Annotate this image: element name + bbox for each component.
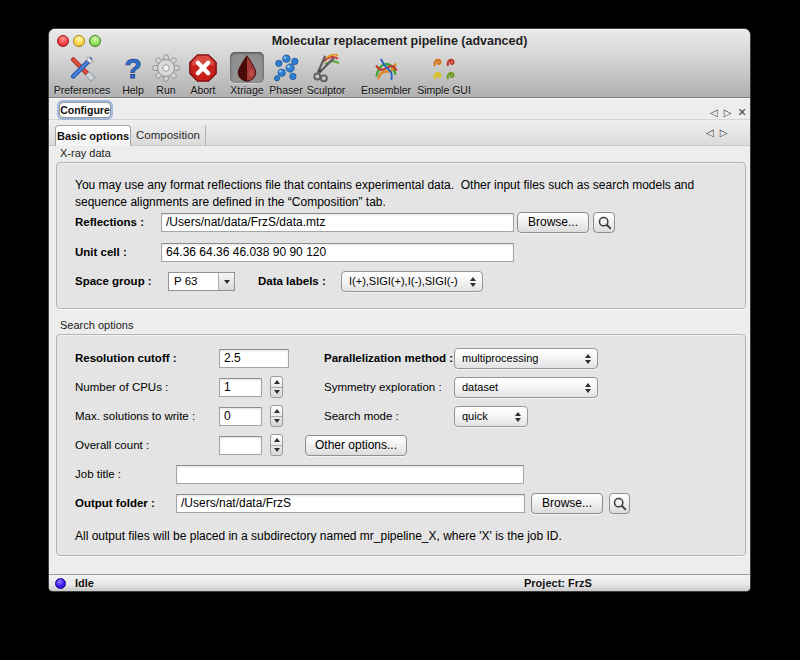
tabs-right-icon[interactable]: ▷: [720, 127, 728, 138]
search-group-caption: Search options: [60, 319, 133, 331]
job-title-input[interactable]: [176, 465, 524, 484]
tab-basic-options[interactable]: Basic options: [55, 125, 131, 146]
window-title: Molecular replacement pipeline (advanced…: [49, 34, 750, 48]
nav-left-icon[interactable]: ◁: [710, 107, 718, 118]
search-mode-label: Search mode :: [324, 407, 399, 426]
toolbar-label: Phaser: [269, 84, 302, 96]
help-icon: ?: [117, 53, 149, 83]
num-cpus-input[interactable]: 1: [219, 378, 262, 397]
search-mode-popup[interactable]: quick: [454, 406, 528, 427]
toolbar-item-simple-gui[interactable]: Simple GUI: [417, 53, 471, 96]
nav-right-icon[interactable]: ▷: [724, 107, 732, 118]
combo-dropdown-button[interactable]: [218, 273, 234, 290]
symmetry-value: dataset: [462, 381, 498, 393]
output-folder-input[interactable]: /Users/nat/data/FrzS: [176, 494, 525, 513]
space-group-combobox[interactable]: P 63: [168, 272, 235, 291]
output-folder-browse-button[interactable]: Browse...: [531, 493, 603, 514]
space-group-value: P 63: [169, 273, 218, 290]
toolbar-label: Sculptor: [307, 84, 346, 96]
toolbar-label: Run: [156, 84, 175, 96]
data-labels-value: I(+),SIGI(+),I(-),SIGI(-): [349, 275, 458, 287]
other-options-button[interactable]: Other options...: [305, 435, 407, 456]
toolbar-label: Ensembler: [361, 84, 411, 96]
reflections-label: Reflections :: [75, 213, 144, 232]
toolbar-item-phaser[interactable]: Phaser: [269, 53, 302, 96]
symmetry-popup[interactable]: dataset: [454, 377, 598, 398]
run-gear-icon: [150, 53, 182, 83]
toolbar-label: Simple GUI: [417, 84, 471, 96]
preferences-icon: [66, 53, 98, 83]
magnifier-icon: [612, 496, 627, 511]
project-label: Project: FrzS: [524, 575, 592, 591]
overall-count-label: Overall count :: [75, 436, 149, 455]
xray-description-line1: You may use any format reflections file …: [75, 178, 694, 192]
toolbar-item-abort[interactable]: Abort: [187, 53, 219, 96]
output-note: All output files will be placed in a sub…: [75, 529, 562, 543]
parallelization-value: multiprocessing: [462, 352, 538, 364]
space-group-label: Space group :: [75, 272, 152, 291]
parallelization-label: Parallelization method :: [324, 349, 453, 368]
toolbar-item-preferences[interactable]: Preferences: [54, 53, 111, 96]
max-solutions-input[interactable]: 0: [219, 407, 262, 426]
ensembler-icon: [370, 53, 402, 83]
toolbar-item-ensembler[interactable]: Ensembler: [361, 53, 411, 96]
parallelization-popup[interactable]: multiprocessing: [454, 348, 598, 369]
resolution-cutoff-input[interactable]: 2.5: [219, 349, 289, 368]
svg-text:?: ?: [124, 53, 141, 83]
search-mode-value: quick: [462, 410, 488, 422]
xray-description-line2: sequence alignments are defined in the “…: [75, 195, 386, 209]
abort-icon: [187, 53, 219, 83]
configure-tab-row: Configure ◁ ▷ ✕: [49, 98, 750, 120]
sculptor-icon: [310, 53, 342, 83]
magnifier-icon: [597, 215, 612, 230]
symmetry-label: Symmetry exploration :: [324, 378, 442, 397]
toolbar-item-run[interactable]: Run: [150, 53, 182, 96]
phaser-icon: [270, 53, 302, 83]
status-bar: Idle Project: FrzS: [49, 574, 750, 591]
xray-group-caption: X-ray data: [60, 147, 111, 159]
max-solutions-label: Max. solutions to write :: [75, 407, 195, 426]
resolution-cutoff-label: Resolution cutoff :: [75, 349, 177, 368]
toolbar-item-help[interactable]: ? Help: [117, 53, 149, 96]
max-solutions-stepper[interactable]: [270, 405, 283, 427]
reflections-search-button[interactable]: [593, 212, 615, 233]
app-window: Molecular replacement pipeline (advanced…: [49, 29, 750, 591]
reflections-browse-button[interactable]: Browse...: [517, 212, 589, 233]
unit-cell-input[interactable]: 64.36 64.36 46.038 90 90 120: [161, 243, 514, 262]
window-header: Molecular replacement pipeline (advanced…: [49, 29, 750, 98]
data-labels-popup[interactable]: I(+),SIGI(+),I(-),SIGI(-): [341, 271, 483, 292]
toolbar-item-xtriage[interactable]: Xtriage: [230, 53, 264, 96]
status-indicator-icon: [55, 578, 66, 589]
tab-configure[interactable]: Configure: [59, 102, 111, 118]
toolbar-label: Xtriage: [230, 84, 263, 96]
close-tab-icon[interactable]: ✕: [737, 106, 746, 119]
output-folder-search-button[interactable]: [609, 493, 630, 514]
reflections-input[interactable]: /Users/nat/data/FrzS/data.mtz: [161, 213, 514, 232]
tabs-left-icon[interactable]: ◁: [706, 127, 714, 138]
unit-cell-label: Unit cell :: [75, 243, 127, 262]
status-text: Idle: [75, 575, 94, 591]
xtriage-icon: [230, 52, 264, 83]
tab-composition[interactable]: Composition: [131, 125, 206, 146]
basic-options-panel: X-ray data You may use any format reflec…: [49, 146, 750, 574]
toolbar-label: Preferences: [54, 84, 111, 96]
overall-count-stepper[interactable]: [270, 434, 283, 456]
toolbar-label: Abort: [190, 84, 215, 96]
output-folder-label: Output folder :: [75, 494, 155, 513]
simple-gui-icon: [428, 53, 460, 83]
toolbar-item-sculptor[interactable]: Sculptor: [307, 53, 346, 96]
data-labels-label: Data labels :: [258, 272, 326, 291]
job-title-label: Job title :: [75, 465, 121, 484]
options-tab-row: Basic options Composition ◁ ▷: [49, 120, 750, 146]
overall-count-input[interactable]: [219, 436, 262, 455]
toolbar-label: Help: [122, 84, 144, 96]
num-cpus-stepper[interactable]: [270, 376, 283, 398]
num-cpus-label: Number of CPUs :: [75, 378, 168, 397]
